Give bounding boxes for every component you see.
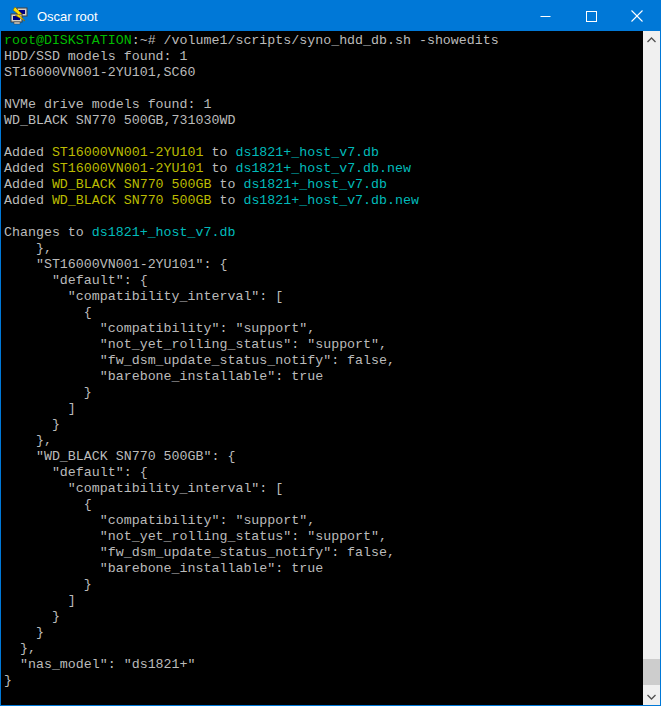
terminal-line: }, [4, 241, 643, 257]
terminal-line: Added WD_BLACK SN770 500GB to ds1821+_ho… [4, 177, 643, 193]
terminal-text-segment: "ST16000VN001-2YU101": { [4, 257, 227, 272]
terminal-line [4, 209, 643, 225]
terminal-text-segment: } [4, 625, 44, 640]
terminal-text-segment: } [4, 673, 12, 688]
terminal-text-segment: to [211, 177, 243, 192]
terminal-text-segment: ] [4, 593, 76, 608]
terminal-line: Added ST16000VN001-2YU101 to ds1821+_hos… [4, 161, 643, 177]
terminal-line [4, 129, 643, 145]
scroll-up-button[interactable] [643, 31, 660, 48]
terminal-text-segment: Added [4, 145, 52, 160]
minimize-icon [540, 11, 551, 22]
terminal-line: ] [4, 593, 643, 609]
terminal-line: WD_BLACK SN770 500GB,731030WD [4, 113, 643, 129]
terminal-line: HDD/SSD models found: 1 [4, 49, 643, 65]
scrollbar[interactable] [643, 31, 660, 705]
terminal-line: "not_yet_rolling_status": "support", [4, 337, 643, 353]
terminal-text-segment: "barebone_installable": true [4, 561, 323, 576]
terminal-line: "compatibility": "support", [4, 321, 643, 337]
scroll-down-button[interactable] [643, 688, 660, 705]
terminal-line: { [4, 305, 643, 321]
terminal-line: } [4, 577, 643, 593]
terminal-line: "fw_dsm_update_status_notify": false, [4, 353, 643, 369]
terminal-text-segment: "fw_dsm_update_status_notify": false, [4, 353, 395, 368]
terminal-text-segment: to [204, 161, 236, 176]
terminal-text-segment: }, [4, 433, 52, 448]
terminal-line: } [4, 625, 643, 641]
terminal-text-segment: to [211, 193, 243, 208]
terminal-line: Added WD_BLACK SN770 500GB to ds1821+_ho… [4, 193, 643, 209]
terminal-text-segment: "compatibility_interval": [ [4, 289, 283, 304]
terminal-text-segment: root@DISKSTATION [4, 33, 132, 48]
terminal-output[interactable]: root@DISKSTATION:~# /volume1/scripts/syn… [1, 31, 643, 705]
scrollbar-track[interactable] [643, 48, 660, 688]
terminal-text-segment: "fw_dsm_update_status_notify": false, [4, 545, 395, 560]
terminal-line: "compatibility_interval": [ [4, 481, 643, 497]
terminal-text-segment: } [4, 577, 92, 592]
minimize-button[interactable] [522, 1, 568, 31]
terminal-text-segment: "not_yet_rolling_status": "support", [4, 529, 387, 544]
caption-buttons [522, 1, 660, 31]
terminal-line: "default": { [4, 273, 643, 289]
terminal-line: Added ST16000VN001-2YU101 to ds1821+_hos… [4, 145, 643, 161]
terminal-text-segment: :~# /volume1/scripts/syno_hdd_db.sh -sho… [132, 33, 499, 48]
window-title: Oscar root [37, 9, 522, 24]
terminal-text-segment: NVMe drive models found: 1 [4, 97, 211, 112]
terminal-line [4, 81, 643, 97]
terminal-line: { [4, 497, 643, 513]
terminal-text-segment: "not_yet_rolling_status": "support", [4, 337, 387, 352]
terminal-text-segment: WD_BLACK SN770 500GB [52, 193, 212, 208]
terminal-line: "barebone_installable": true [4, 561, 643, 577]
terminal-text-segment: "compatibility": "support", [4, 321, 315, 336]
terminal-line: "default": { [4, 465, 643, 481]
terminal-text-segment: "WD_BLACK SN770 500GB": { [4, 449, 235, 464]
terminal-line: "ST16000VN001-2YU101": { [4, 257, 643, 273]
terminal-line: "nas_model": "ds1821+" [4, 657, 643, 673]
terminal-text-segment: WD_BLACK SN770 500GB,731030WD [4, 113, 235, 128]
terminal-text-segment: ST16000VN001-2YU101,SC60 [4, 65, 196, 80]
terminal-text-segment: ds1821+_host_v7.db [92, 225, 236, 240]
terminal-text-segment: }, [4, 241, 52, 256]
terminal-text-segment: Added [4, 161, 52, 176]
terminal-text-segment: HDD/SSD models found: 1 [4, 49, 188, 64]
maximize-button[interactable] [568, 1, 614, 31]
terminal-text-segment: "compatibility": "support", [4, 513, 315, 528]
window-content: root@DISKSTATION:~# /volume1/scripts/syn… [1, 31, 660, 705]
terminal-text-segment: } [4, 417, 60, 432]
terminal-text-segment: ds1821+_host_v7.db.new [235, 161, 411, 176]
terminal-line: "compatibility": "support", [4, 513, 643, 529]
terminal-text-segment: ST16000VN001-2YU101 [52, 145, 204, 160]
terminal-text-segment: ST16000VN001-2YU101 [52, 161, 204, 176]
terminal-text-segment: "nas_model": "ds1821+" [4, 657, 196, 672]
terminal-line: } [4, 673, 643, 689]
terminal-line: Changes to ds1821+_host_v7.db [4, 225, 643, 241]
terminal-text-segment: } [4, 385, 92, 400]
terminal-text-segment: "default": { [4, 465, 148, 480]
terminal-line: ST16000VN001-2YU101,SC60 [4, 65, 643, 81]
terminal-text-segment: WD_BLACK SN770 500GB [52, 177, 212, 192]
terminal-line: } [4, 385, 643, 401]
close-button[interactable] [614, 1, 660, 31]
terminal-line: } [4, 417, 643, 433]
terminal-text-segment: to [204, 145, 236, 160]
terminal-text-segment: "default": { [4, 273, 148, 288]
terminal-line: }, [4, 641, 643, 657]
terminal-text-segment: { [4, 305, 92, 320]
terminal-line: "barebone_installable": true [4, 369, 643, 385]
putty-icon [9, 6, 29, 26]
terminal-line: "fw_dsm_update_status_notify": false, [4, 545, 643, 561]
terminal-text-segment: Added [4, 193, 52, 208]
title-bar[interactable]: Oscar root [1, 1, 660, 31]
terminal-line: "not_yet_rolling_status": "support", [4, 529, 643, 545]
terminal-line: NVMe drive models found: 1 [4, 97, 643, 113]
scrollbar-thumb[interactable] [643, 659, 660, 685]
terminal-text-segment: ds1821+_host_v7.db [243, 177, 387, 192]
terminal-text-segment: "compatibility_interval": [ [4, 481, 283, 496]
terminal-line: root@DISKSTATION:~# /volume1/scripts/syn… [4, 33, 643, 49]
terminal-text-segment: }, [4, 641, 36, 656]
close-icon [631, 10, 643, 22]
putty-window: Oscar root root@DISKSTATION:~# /vol [0, 0, 661, 706]
terminal-text-segment: Changes to [4, 225, 92, 240]
maximize-icon [586, 11, 597, 22]
terminal-text-segment: ] [4, 401, 76, 416]
